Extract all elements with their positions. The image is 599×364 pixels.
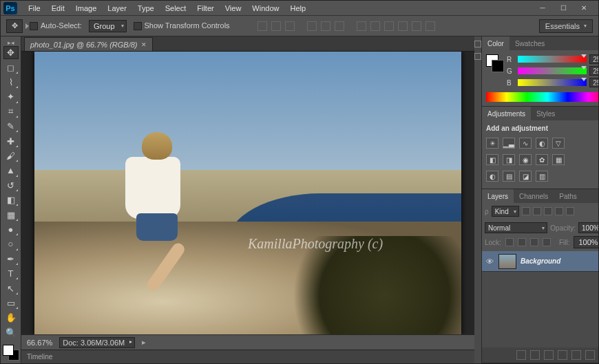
levels-icon[interactable]: ▁▃ <box>503 138 515 149</box>
curves-icon[interactable]: ∿ <box>519 138 532 149</box>
menu-file[interactable]: File <box>23 2 46 14</box>
filter-shape-icon[interactable] <box>555 207 563 215</box>
exposure-icon[interactable]: ◐ <box>536 138 548 149</box>
eyedropper-tool[interactable]: ✎ <box>3 120 19 133</box>
color-value-r[interactable]: 255 <box>589 54 599 64</box>
distribute-icon[interactable] <box>384 21 394 31</box>
color-slider-g[interactable] <box>518 67 587 74</box>
menu-image[interactable]: Image <box>70 2 103 14</box>
history-brush-tool[interactable]: ↺ <box>3 179 19 192</box>
workspace-switcher[interactable]: Essentials▾ <box>539 19 593 33</box>
close-tab-icon[interactable]: ✕ <box>141 41 147 48</box>
layer-name[interactable]: Background <box>521 257 598 265</box>
maximize-button[interactable]: ☐ <box>556 3 571 13</box>
align-icon[interactable] <box>258 21 267 31</box>
minimize-button[interactable]: ─ <box>535 3 550 13</box>
distribute-icon[interactable] <box>398 21 408 31</box>
close-button[interactable]: ✕ <box>576 3 591 13</box>
fill-adjust-icon[interactable] <box>558 350 567 360</box>
filter-smart-icon[interactable] <box>566 207 574 215</box>
lock-position-icon[interactable] <box>530 238 538 246</box>
tab-channels[interactable]: Channels <box>514 189 554 203</box>
tab-color[interactable]: Color <box>482 36 509 50</box>
distribute-icon[interactable] <box>357 21 366 31</box>
move-tool[interactable]: ✥ <box>3 46 19 59</box>
align-icon[interactable] <box>321 21 330 31</box>
auto-select-checkbox[interactable]: Auto-Select: <box>30 21 82 30</box>
foreground-swatch[interactable] <box>3 345 14 356</box>
opacity-input[interactable]: 100% <box>578 222 599 233</box>
color-value-g[interactable]: 255 <box>589 66 599 76</box>
document-tab[interactable]: photo_01.jpg @ 66.7% (RGB/8)✕ <box>24 37 153 51</box>
distribute-icon[interactable] <box>425 21 435 31</box>
crop-tool[interactable]: ⌗ <box>3 105 19 118</box>
canvas-viewport[interactable]: KamillaPhotography (c) <box>21 52 474 334</box>
fill-input[interactable]: 100% <box>574 236 599 248</box>
lock-transparency-icon[interactable] <box>505 238 514 246</box>
active-tool-indicator[interactable]: ✥ <box>6 19 23 33</box>
blend-mode-dropdown[interactable]: Normal <box>485 222 547 233</box>
dock-icon[interactable] <box>474 41 481 47</box>
blur-tool[interactable]: ● <box>3 223 19 236</box>
mixer-icon[interactable]: ✿ <box>536 154 548 165</box>
menu-edit[interactable]: Edit <box>46 2 70 14</box>
zoom-level[interactable]: 66.67% <box>27 339 52 347</box>
distribute-icon[interactable] <box>370 21 380 31</box>
threshold-icon[interactable]: ◪ <box>519 171 532 182</box>
menu-window[interactable]: Window <box>246 2 284 14</box>
dodge-tool[interactable]: ○ <box>3 237 19 250</box>
new-layer-icon[interactable] <box>585 350 595 360</box>
color-value-b[interactable]: 255 <box>589 78 599 87</box>
distribute-icon[interactable] <box>412 21 421 31</box>
visibility-toggle[interactable]: 👁 <box>485 257 494 266</box>
hand-tool[interactable]: ✋ <box>3 311 19 324</box>
hue-icon[interactable]: ◧ <box>486 154 498 165</box>
marquee-tool[interactable]: ◻ <box>3 61 19 74</box>
wand-tool[interactable]: ✦ <box>3 90 19 103</box>
path-tool[interactable]: ↖ <box>3 281 19 295</box>
invert-icon[interactable]: ◐ <box>486 171 498 182</box>
tab-swatches[interactable]: Swatches <box>509 36 550 50</box>
align-icon[interactable] <box>271 21 281 31</box>
bw-icon[interactable]: ◨ <box>503 154 515 165</box>
canvas[interactable]: KamillaPhotography (c) <box>34 52 461 334</box>
color-preview[interactable] <box>486 54 504 72</box>
align-icon[interactable] <box>335 21 344 31</box>
lookup-icon[interactable]: ▦ <box>552 154 565 165</box>
menu-layer[interactable]: Layer <box>102 2 132 14</box>
lasso-tool[interactable]: ⌇ <box>3 76 19 89</box>
tab-styles[interactable]: Styles <box>531 107 560 120</box>
heal-tool[interactable]: ✚ <box>3 134 19 147</box>
eraser-tool[interactable]: ◧ <box>3 193 19 206</box>
tab-paths[interactable]: Paths <box>554 189 582 203</box>
brightness-icon[interactable]: ☀ <box>486 138 498 149</box>
map-icon[interactable]: ▥ <box>536 171 548 182</box>
menu-view[interactable]: View <box>220 2 247 14</box>
dock-icon[interactable] <box>474 53 481 60</box>
align-icon[interactable] <box>307 21 317 31</box>
tab-adjustments[interactable]: Adjustments <box>482 107 531 120</box>
group-icon[interactable] <box>571 350 581 360</box>
fx-icon[interactable] <box>530 350 540 360</box>
show-transform-checkbox[interactable]: Show Transform Controls <box>134 21 230 30</box>
filter-kind-dropdown[interactable]: Kind <box>492 206 519 217</box>
color-swatches[interactable] <box>3 345 19 361</box>
vibrance-icon[interactable]: ▽ <box>552 138 565 149</box>
stamp-tool[interactable]: ▲ <box>3 164 19 177</box>
menu-filter[interactable]: Filter <box>191 2 219 14</box>
doc-info[interactable]: Doc: 3.06M/3.06M <box>59 337 135 348</box>
gradient-tool[interactable]: ▦ <box>3 208 19 221</box>
mask-icon[interactable] <box>544 350 554 360</box>
menu-select[interactable]: Select <box>160 2 192 14</box>
shape-tool[interactable]: ▭ <box>3 297 19 310</box>
layer-thumbnail[interactable] <box>498 254 516 269</box>
color-slider-b[interactable] <box>518 79 587 86</box>
lock-pixels-icon[interactable] <box>518 238 526 246</box>
align-icon[interactable] <box>285 21 295 31</box>
posterize-icon[interactable]: ▤ <box>503 171 515 182</box>
lock-all-icon[interactable] <box>543 238 551 246</box>
photo-filter-icon[interactable]: ◉ <box>519 154 532 165</box>
menu-type[interactable]: Type <box>132 2 160 14</box>
color-slider-r[interactable] <box>518 56 587 63</box>
timeline-panel-tab[interactable]: Timeline <box>21 350 474 363</box>
